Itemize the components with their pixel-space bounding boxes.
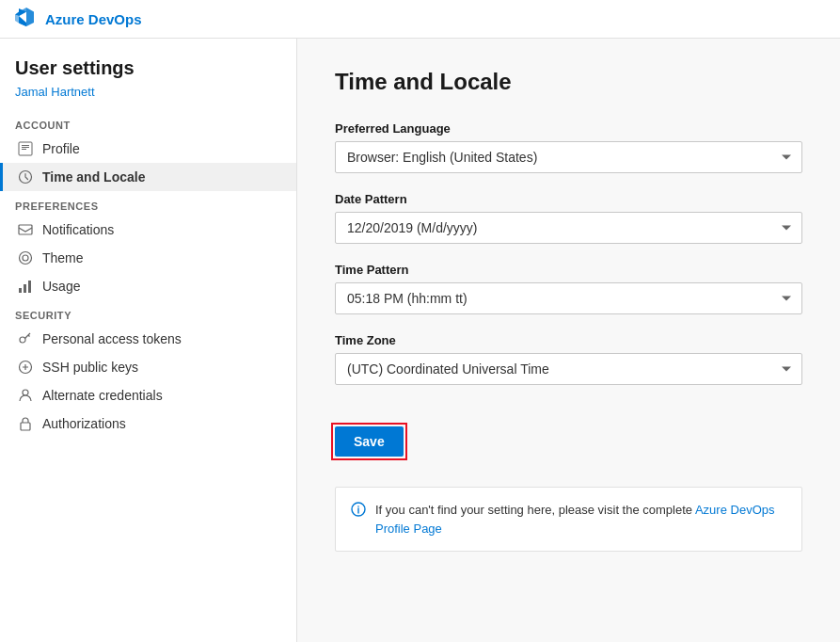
svg-rect-2 <box>19 225 32 234</box>
preferred-language-select-wrapper: Browser: English (United States)English … <box>335 141 802 173</box>
azure-devops-logo-icon <box>15 8 38 30</box>
info-icon <box>351 502 366 521</box>
lock-icon <box>18 416 33 431</box>
svg-point-13 <box>357 506 359 507</box>
sidebar-user[interactable]: Jamal Hartnett <box>0 83 296 110</box>
save-button-wrapper: Save <box>335 426 404 457</box>
date-pattern-select-wrapper: 12/20/2019 (M/d/yyyy)20/12/2019 (d/M/yyy… <box>335 212 802 244</box>
svg-rect-6 <box>24 284 26 293</box>
clock-icon <box>18 169 33 185</box>
sidebar-item-profile[interactable]: Profile <box>0 135 296 163</box>
time-pattern-select[interactable]: 05:18 PM (hh:mm tt)17:18 (HH:mm) <box>335 282 802 314</box>
notifications-icon <box>18 222 33 237</box>
sidebar-item-alt-credentials-label: Alternate credentials <box>42 388 163 403</box>
sidebar-item-usage[interactable]: Usage <box>0 272 296 300</box>
main-layout: User settings Jamal Hartnett Account Pro… <box>0 39 840 642</box>
profile-icon <box>18 141 33 156</box>
sidebar-item-time-locale[interactable]: Time and Locale <box>0 163 296 191</box>
info-box: If you can't find your setting here, ple… <box>335 487 802 552</box>
date-pattern-select[interactable]: 12/20/2019 (M/d/yyyy)20/12/2019 (d/M/yyy… <box>335 212 802 244</box>
time-pattern-select-wrapper: 05:18 PM (hh:mm tt)17:18 (HH:mm) <box>335 282 802 314</box>
sidebar-title: User settings <box>0 54 296 83</box>
info-message: If you can't find your setting here, ple… <box>375 501 786 538</box>
svg-rect-7 <box>28 281 31 293</box>
time-zone-label: Time Zone <box>335 333 802 347</box>
time-zone-select[interactable]: (UTC) Coordinated Universal Time(UTC-05:… <box>335 353 802 385</box>
sidebar-item-theme-label: Theme <box>42 250 84 265</box>
sidebar-item-notifications[interactable]: Notifications <box>0 216 296 244</box>
sidebar: User settings Jamal Hartnett Account Pro… <box>0 39 297 642</box>
sidebar-item-alt-credentials[interactable]: Alternate credentials <box>0 381 296 409</box>
sidebar-section-security: Security <box>0 300 296 325</box>
sidebar-item-usage-label: Usage <box>42 279 80 294</box>
preferred-language-group: Preferred Language Browser: English (Uni… <box>335 121 802 173</box>
main-content: Time and Locale Preferred Language Brows… <box>297 39 840 642</box>
time-zone-select-wrapper: (UTC) Coordinated Universal Time(UTC-05:… <box>335 353 802 385</box>
time-pattern-label: Time Pattern <box>335 263 802 277</box>
preferred-language-label: Preferred Language <box>335 121 802 136</box>
sidebar-item-authorizations-label: Authorizations <box>42 416 126 431</box>
svg-point-3 <box>20 252 32 265</box>
page-title: Time and Locale <box>335 69 802 95</box>
time-pattern-group: Time Pattern 05:18 PM (hh:mm tt)17:18 (H… <box>335 263 802 314</box>
preferred-language-select[interactable]: Browser: English (United States)English … <box>335 141 802 173</box>
svg-rect-5 <box>19 288 22 293</box>
usage-icon <box>18 279 33 294</box>
time-zone-group: Time Zone (UTC) Coordinated Universal Ti… <box>335 333 802 385</box>
svg-point-8 <box>20 337 25 343</box>
date-pattern-label: Date Pattern <box>335 192 802 206</box>
top-bar: Azure DevOps <box>0 0 840 39</box>
sidebar-item-time-locale-label: Time and Locale <box>42 169 145 185</box>
svg-point-10 <box>23 390 28 395</box>
app-name-label: Azure DevOps <box>45 11 142 27</box>
sidebar-item-ssh-label: SSH public keys <box>42 360 138 375</box>
token-icon <box>18 331 33 346</box>
date-pattern-group: Date Pattern 12/20/2019 (M/d/yyyy)20/12/… <box>335 192 802 244</box>
sidebar-item-theme[interactable]: Theme <box>0 244 296 272</box>
sidebar-section-account: Account <box>0 110 296 135</box>
sidebar-item-notifications-label: Notifications <box>42 222 114 237</box>
svg-rect-11 <box>21 423 30 430</box>
info-text-before-link: If you can't find your setting here, ple… <box>375 503 695 517</box>
sidebar-section-preferences: Preferences <box>0 191 296 216</box>
save-button[interactable]: Save <box>335 426 404 457</box>
sidebar-item-ssh[interactable]: SSH public keys <box>0 353 296 381</box>
sidebar-item-authorizations[interactable]: Authorizations <box>0 409 296 438</box>
sidebar-item-pat[interactable]: Personal access tokens <box>0 325 296 353</box>
app-logo[interactable]: Azure DevOps <box>15 8 142 30</box>
sidebar-item-pat-label: Personal access tokens <box>42 331 182 346</box>
svg-point-4 <box>23 255 28 261</box>
ssh-icon <box>18 360 33 375</box>
credentials-icon <box>18 388 33 403</box>
sidebar-item-profile-label: Profile <box>42 141 80 156</box>
theme-icon <box>18 250 33 265</box>
